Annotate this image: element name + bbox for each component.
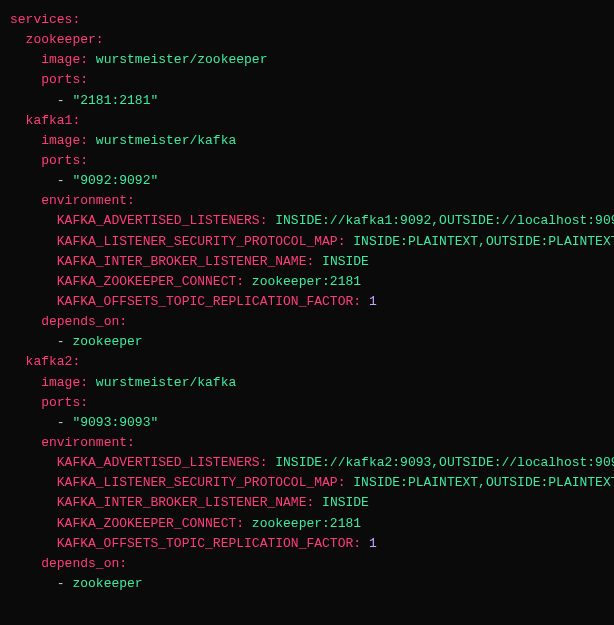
yaml-text bbox=[244, 516, 252, 531]
yaml-string: wurstmeister/kafka bbox=[96, 133, 236, 148]
code-line: - zookeeper bbox=[10, 332, 614, 352]
yaml-string: wurstmeister/kafka bbox=[96, 375, 236, 390]
code-line: KAFKA_ZOOKEEPER_CONNECT: zookeeper:2181 bbox=[10, 514, 614, 534]
yaml-key: kafka2: bbox=[26, 354, 81, 369]
yaml-key: services: bbox=[10, 12, 80, 27]
yaml-key: KAFKA_INTER_BROKER_LISTENER_NAME: bbox=[57, 495, 314, 510]
yaml-key: ports: bbox=[41, 72, 88, 87]
yaml-string: INSIDE:PLAINTEXT,OUTSIDE:PLAINTEXT bbox=[353, 475, 614, 490]
yaml-key: KAFKA_LISTENER_SECURITY_PROTOCOL_MAP: bbox=[57, 475, 346, 490]
yaml-string: "9093:9093" bbox=[72, 415, 158, 430]
code-line: - "9093:9093" bbox=[10, 413, 614, 433]
yaml-key: ports: bbox=[41, 395, 88, 410]
code-line: ports: bbox=[10, 151, 614, 171]
yaml-dash: - bbox=[57, 415, 73, 430]
yaml-string: wurstmeister/zookeeper bbox=[96, 52, 268, 67]
code-line: KAFKA_INTER_BROKER_LISTENER_NAME: INSIDE bbox=[10, 252, 614, 272]
yaml-key: zookeeper: bbox=[26, 32, 104, 47]
code-line: KAFKA_ADVERTISED_LISTENERS: INSIDE://kaf… bbox=[10, 453, 614, 473]
yaml-key: KAFKA_OFFSETS_TOPIC_REPLICATION_FACTOR: bbox=[57, 294, 361, 309]
code-line: KAFKA_ADVERTISED_LISTENERS: INSIDE://kaf… bbox=[10, 211, 614, 231]
yaml-dash: - bbox=[57, 93, 73, 108]
yaml-string: INSIDE://kafka2:9093,OUTSIDE://localhost… bbox=[275, 455, 614, 470]
yaml-dash: - bbox=[57, 173, 73, 188]
yaml-dash: - bbox=[57, 334, 73, 349]
yaml-key: KAFKA_ADVERTISED_LISTENERS: bbox=[57, 455, 268, 470]
yaml-string: zookeeper bbox=[72, 576, 142, 591]
yaml-string: INSIDE bbox=[322, 495, 369, 510]
code-line: kafka2: bbox=[10, 352, 614, 372]
code-line: ports: bbox=[10, 393, 614, 413]
yaml-key: KAFKA_INTER_BROKER_LISTENER_NAME: bbox=[57, 254, 314, 269]
yaml-key: kafka1: bbox=[26, 113, 81, 128]
yaml-text bbox=[361, 536, 369, 551]
yaml-text bbox=[88, 133, 96, 148]
yaml-dash: - bbox=[57, 576, 73, 591]
yaml-number: 1 bbox=[369, 536, 377, 551]
code-line: services: bbox=[10, 10, 614, 30]
yaml-key: depends_on: bbox=[41, 314, 127, 329]
yaml-key: image: bbox=[41, 52, 88, 67]
yaml-key: KAFKA_LISTENER_SECURITY_PROTOCOL_MAP: bbox=[57, 234, 346, 249]
code-line: KAFKA_LISTENER_SECURITY_PROTOCOL_MAP: IN… bbox=[10, 473, 614, 493]
yaml-key: environment: bbox=[41, 435, 135, 450]
code-line: environment: bbox=[10, 433, 614, 453]
yaml-key: image: bbox=[41, 133, 88, 148]
yaml-key: depends_on: bbox=[41, 556, 127, 571]
code-line: - "9092:9092" bbox=[10, 171, 614, 191]
code-line: depends_on: bbox=[10, 312, 614, 332]
code-line: kafka1: bbox=[10, 111, 614, 131]
code-line: KAFKA_OFFSETS_TOPIC_REPLICATION_FACTOR: … bbox=[10, 292, 614, 312]
code-line: image: wurstmeister/zookeeper bbox=[10, 50, 614, 70]
yaml-string: INSIDE://kafka1:9092,OUTSIDE://localhost… bbox=[275, 213, 614, 228]
yaml-code-block: services: zookeeper: image: wurstmeister… bbox=[10, 10, 614, 594]
code-line: environment: bbox=[10, 191, 614, 211]
yaml-string: INSIDE:PLAINTEXT,OUTSIDE:PLAINTEXT bbox=[353, 234, 614, 249]
yaml-text bbox=[88, 375, 96, 390]
yaml-string: "9092:9092" bbox=[72, 173, 158, 188]
code-line: KAFKA_LISTENER_SECURITY_PROTOCOL_MAP: IN… bbox=[10, 232, 614, 252]
yaml-key: KAFKA_ZOOKEEPER_CONNECT: bbox=[57, 274, 244, 289]
yaml-string: zookeeper:2181 bbox=[252, 516, 361, 531]
yaml-text bbox=[361, 294, 369, 309]
code-line: zookeeper: bbox=[10, 30, 614, 50]
yaml-string: INSIDE bbox=[322, 254, 369, 269]
yaml-key: environment: bbox=[41, 193, 135, 208]
yaml-key: image: bbox=[41, 375, 88, 390]
code-line: image: wurstmeister/kafka bbox=[10, 373, 614, 393]
yaml-text bbox=[244, 274, 252, 289]
yaml-key: KAFKA_ADVERTISED_LISTENERS: bbox=[57, 213, 268, 228]
code-line: KAFKA_INTER_BROKER_LISTENER_NAME: INSIDE bbox=[10, 493, 614, 513]
yaml-string: "2181:2181" bbox=[72, 93, 158, 108]
yaml-string: zookeeper:2181 bbox=[252, 274, 361, 289]
yaml-text bbox=[314, 254, 322, 269]
code-line: KAFKA_OFFSETS_TOPIC_REPLICATION_FACTOR: … bbox=[10, 534, 614, 554]
yaml-text bbox=[88, 52, 96, 67]
code-line: - "2181:2181" bbox=[10, 91, 614, 111]
code-line: KAFKA_ZOOKEEPER_CONNECT: zookeeper:2181 bbox=[10, 272, 614, 292]
code-line: ports: bbox=[10, 70, 614, 90]
yaml-text bbox=[314, 495, 322, 510]
yaml-number: 1 bbox=[369, 294, 377, 309]
code-line: image: wurstmeister/kafka bbox=[10, 131, 614, 151]
code-line: depends_on: bbox=[10, 554, 614, 574]
yaml-key: KAFKA_ZOOKEEPER_CONNECT: bbox=[57, 516, 244, 531]
code-line: - zookeeper bbox=[10, 574, 614, 594]
yaml-string: zookeeper bbox=[72, 334, 142, 349]
yaml-key: KAFKA_OFFSETS_TOPIC_REPLICATION_FACTOR: bbox=[57, 536, 361, 551]
yaml-key: ports: bbox=[41, 153, 88, 168]
